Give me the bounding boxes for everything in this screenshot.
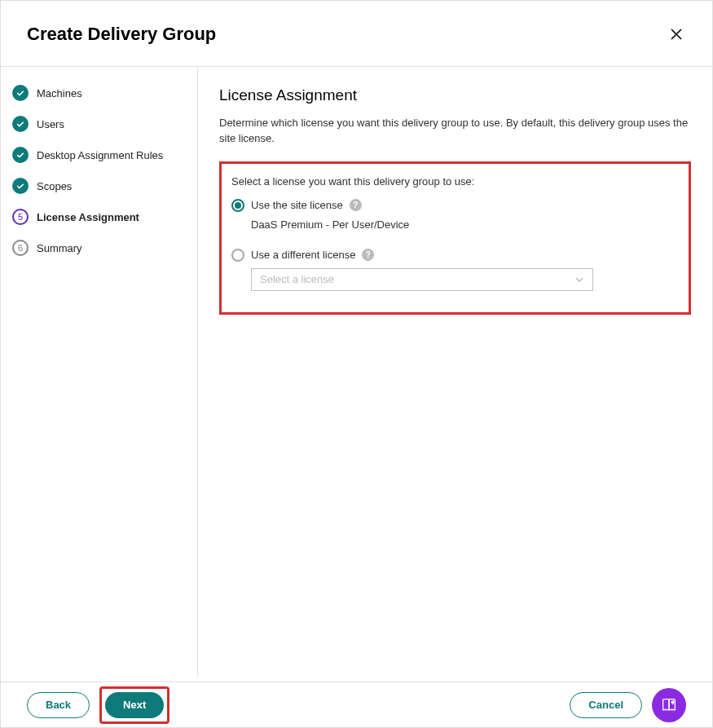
- footer-left: Back Next: [27, 686, 169, 724]
- radio-icon: [231, 249, 244, 262]
- chevron-down-icon: [574, 275, 584, 285]
- dialog-footer: Back Next Cancel: [1, 682, 712, 727]
- step-number-icon: 6: [12, 240, 29, 256]
- step-users[interactable]: Users: [12, 116, 186, 132]
- step-label: Summary: [37, 242, 82, 254]
- step-number-icon: 5: [12, 209, 29, 225]
- license-select-wrap: Select a license: [251, 268, 679, 291]
- step-desktop-assignment-rules[interactable]: Desktop Assignment Rules: [12, 147, 186, 163]
- dialog-title: Create Delivery Group: [27, 24, 216, 45]
- radio-use-site-license[interactable]: Use the site license ?: [231, 199, 679, 212]
- next-highlight: Next: [99, 686, 169, 724]
- radio-label: Use a different license: [251, 249, 355, 261]
- svg-point-0: [671, 700, 675, 704]
- main-content: License Assignment Determine which licen…: [198, 67, 712, 677]
- selection-prompt: Select a license you want this delivery …: [231, 175, 679, 188]
- step-label: Desktop Assignment Rules: [37, 149, 163, 161]
- page-heading: License Assignment: [219, 86, 691, 104]
- help-icon[interactable]: ?: [350, 199, 362, 211]
- dialog-header: Create Delivery Group: [1, 1, 712, 66]
- close-button[interactable]: [667, 24, 686, 44]
- dialog-body: Machines Users Desktop Assignment Rules …: [1, 66, 712, 677]
- checkmark-icon: [12, 147, 29, 163]
- help-fab[interactable]: [652, 688, 686, 722]
- site-license-detail: DaaS Premium - Per User/Device: [251, 218, 679, 231]
- step-label: Machines: [37, 87, 82, 99]
- step-machines[interactable]: Machines: [12, 85, 186, 101]
- radio-label: Use the site license: [251, 199, 343, 211]
- checkmark-icon: [12, 116, 29, 132]
- close-icon: [669, 27, 684, 42]
- step-scopes[interactable]: Scopes: [12, 178, 186, 194]
- step-label: Scopes: [37, 180, 72, 192]
- license-selection-panel: Select a license you want this delivery …: [219, 161, 691, 315]
- checkmark-icon: [12, 178, 29, 194]
- license-select[interactable]: Select a license: [251, 268, 593, 291]
- radio-use-different-license[interactable]: Use a different license ?: [231, 249, 679, 262]
- next-button[interactable]: Next: [105, 692, 164, 718]
- step-label: License Assignment: [37, 211, 139, 223]
- step-summary[interactable]: 6 Summary: [12, 240, 186, 256]
- svg-rect-1: [672, 704, 673, 704]
- checkmark-icon: [12, 85, 29, 101]
- back-button[interactable]: Back: [27, 692, 90, 718]
- radio-icon: [231, 199, 244, 212]
- step-label: Users: [37, 118, 64, 130]
- cancel-button[interactable]: Cancel: [570, 692, 642, 718]
- step-license-assignment[interactable]: 5 License Assignment: [12, 209, 186, 225]
- book-lightbulb-icon: [660, 696, 678, 714]
- wizard-sidebar: Machines Users Desktop Assignment Rules …: [1, 67, 198, 677]
- help-icon[interactable]: ?: [362, 249, 374, 261]
- page-description: Determine which license you want this de…: [219, 116, 691, 147]
- select-placeholder: Select a license: [260, 273, 334, 285]
- footer-right: Cancel: [570, 688, 686, 722]
